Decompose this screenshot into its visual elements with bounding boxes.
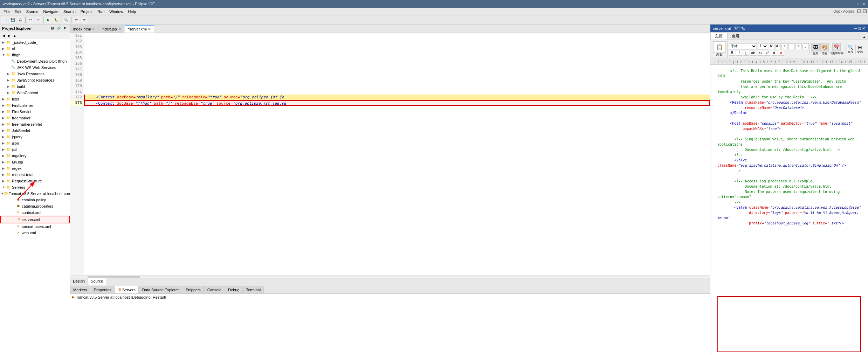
tree-item-catalina-policy[interactable]: ✱ catalina.policy	[0, 197, 70, 203]
forward-icon[interactable]: ▶	[6, 33, 12, 39]
insert-image-btn[interactable]: 🖼 图片	[811, 43, 820, 55]
back-icon[interactable]: ◀	[1, 33, 6, 39]
highlight-btn[interactable]: A	[771, 50, 777, 56]
next-btn[interactable]: ➡	[81, 16, 88, 23]
redo-btn[interactable]: ↪	[35, 16, 42, 23]
tree-item-context-xml[interactable]: ✕ context.xml	[0, 209, 70, 216]
menu-file[interactable]: File	[1, 9, 12, 14]
tab-data-source[interactable]: Data Source Explorer	[139, 286, 182, 293]
tree-item-java-res[interactable]: ▶ 📁 Java Resources	[0, 71, 70, 77]
code-line-164[interactable]	[84, 50, 710, 55]
tree-item-reqstruct[interactable]: ▶ 📁 RequestStructure	[0, 178, 70, 184]
tree-item-request-total[interactable]: ▶ 📁 request-total	[0, 172, 70, 178]
bold-btn[interactable]: B	[729, 50, 735, 56]
tree-item-freemarkerservlet[interactable]: ▶ 📁 freemarkerservlet	[0, 121, 70, 127]
tab-snippets[interactable]: Snippets	[182, 286, 204, 293]
tree-item-servers[interactable]: ▼ 📁 Servers	[0, 184, 70, 190]
italic-btn[interactable]: I	[736, 50, 742, 56]
tab-markers[interactable]: Markers	[70, 286, 90, 293]
tree-item-json[interactable]: ▶ 📁 json	[0, 140, 70, 146]
menu-search[interactable]: Search	[61, 9, 78, 14]
code-area[interactable]: <Context docBase="mgallery" path="/" rel…	[84, 33, 710, 275]
maximize-btn[interactable]: □	[857, 2, 860, 6]
underline-btn[interactable]: U	[743, 50, 749, 56]
new-btn[interactable]: 📄	[1, 16, 8, 23]
search-btn[interactable]: 🔍	[63, 16, 70, 23]
menu-source[interactable]: Source	[24, 9, 41, 14]
insert-datetime-btn[interactable]: 📅 日期和时间	[829, 43, 843, 55]
font-size-down[interactable]: A↓	[775, 43, 781, 49]
tree-item-filter[interactable]: ▶ 📁 filter	[0, 96, 70, 102]
tree-item-freemarker[interactable]: ▶ 📁 freemarker	[0, 115, 70, 121]
superscript-btn[interactable]: x²	[764, 50, 770, 56]
tab-close-html[interactable]: ✕	[92, 27, 95, 31]
print-btn[interactable]: 🖨	[17, 16, 24, 23]
server-row[interactable]: ▶ Tomcat v8.5 Server at localhost [Debug…	[70, 294, 710, 300]
code-line-161[interactable]	[84, 33, 710, 39]
link-editor-icon[interactable]: 🔗	[56, 26, 61, 31]
tab-console[interactable]: Console	[204, 286, 225, 293]
tree-item-regex[interactable]: ▶ 📁 regex	[0, 165, 70, 172]
right-minimize[interactable]: ─	[854, 26, 857, 31]
close-btn[interactable]: ✕	[862, 2, 865, 6]
font-family-select[interactable]: 宋体	[729, 43, 757, 49]
tree-item-el[interactable]: ▶ 📁 el	[0, 46, 70, 52]
find-btn[interactable]: 🔍 查找	[847, 44, 853, 54]
right-content-area[interactable]: <!-- This Realm uses the UserDatabase co…	[710, 65, 868, 293]
text-input-box[interactable]	[717, 296, 861, 352]
code-line-166[interactable]	[84, 61, 710, 67]
tree-item-firstservlet[interactable]: ▶ 📁 FirstServlet	[0, 109, 70, 115]
font-size-up[interactable]: A↑	[769, 43, 774, 49]
tree-item-web-xml[interactable]: ✕ web.xml	[0, 230, 70, 236]
tree-item-jstl[interactable]: ▶ 📁 jstl	[0, 146, 70, 153]
collapse-all-icon[interactable]: ⊟	[49, 26, 55, 31]
code-line-169[interactable]	[84, 78, 710, 83]
debug-btn[interactable]: 🐛	[53, 16, 60, 23]
code-line-172[interactable]: <Context docBase="mgallery" path="/" rel…	[84, 95, 710, 100]
tree-item-build[interactable]: ▶ 📁 build	[0, 83, 70, 90]
code-line-170[interactable]	[84, 83, 710, 89]
view-menu-icon[interactable]: ▼	[62, 26, 68, 31]
code-line-167[interactable]	[84, 67, 710, 72]
source-tab[interactable]: Source	[88, 278, 106, 285]
tree-item-jquery[interactable]: ▶ 📁 jquery	[0, 134, 70, 140]
text-input-area[interactable]	[718, 297, 860, 351]
menu-edit[interactable]: Edit	[13, 9, 23, 14]
code-line-168[interactable]	[84, 72, 710, 78]
right-close[interactable]: ✕	[862, 26, 865, 31]
tree-item-webcontent[interactable]: ▶ 📁 WebContent	[0, 90, 70, 96]
align-left-btn[interactable]: ≡	[781, 43, 788, 49]
font-color-btn[interactable]: A	[778, 50, 784, 56]
tree-item-jax[interactable]: 🔧 JAX-WS Web Services	[0, 64, 70, 71]
tree-item-tomcat-config[interactable]: ▼ 📁 Tomcat v8.5 Server at localhost-conf…	[0, 190, 70, 197]
undo-btn[interactable]: ↩	[27, 16, 34, 23]
editor-h-scrollbar[interactable]	[70, 275, 710, 278]
align-right-btn[interactable]: ≡	[795, 43, 802, 49]
code-line-165[interactable]	[84, 55, 710, 61]
tab-terminal[interactable]: Terminal	[243, 286, 264, 293]
tree-item-tomcat-users[interactable]: ✕ tomcat-users.xml	[0, 223, 70, 230]
minimize-btn[interactable]: ─	[853, 2, 856, 6]
menu-run[interactable]: Run	[95, 9, 106, 14]
tree-item-deploy[interactable]: 🔧 Deployment Descriptor: ffhgh	[0, 58, 70, 64]
code-line-162[interactable]	[84, 39, 710, 44]
tree-item-pasted-code[interactable]: ▶ 📁 _pasted_code_	[0, 39, 70, 46]
menu-help[interactable]: Help	[126, 9, 138, 14]
code-line-171[interactable]	[84, 89, 710, 95]
tree-item-server-xml[interactable]: ✕ server.xml	[0, 216, 70, 223]
tree-item-ffhgh[interactable]: ▼ 📁 ffhgh	[0, 52, 70, 58]
design-tab[interactable]: Design	[70, 278, 88, 285]
strikethrough-btn[interactable]: ab	[750, 50, 756, 56]
right-maximize[interactable]: □	[858, 26, 861, 31]
tab-debug[interactable]: Debug	[225, 286, 242, 293]
scrollbar-thumb[interactable]	[88, 276, 140, 278]
insert-paint-btn[interactable]: 🎨 绘图	[820, 43, 829, 55]
menu-window[interactable]: Window	[107, 9, 125, 14]
tab-servers[interactable]: ⚙ Servers	[115, 286, 139, 293]
tab-server-xml[interactable]: *server.xml ✕	[125, 25, 154, 33]
tab-properties[interactable]: Properties	[91, 286, 115, 293]
tab-close-jsp[interactable]: ✕	[118, 27, 121, 31]
subscript-btn[interactable]: x₂	[757, 50, 763, 56]
tree-item-mgallery[interactable]: ▶ 📁 mgallery	[0, 153, 70, 159]
code-line-163[interactable]	[84, 44, 710, 50]
